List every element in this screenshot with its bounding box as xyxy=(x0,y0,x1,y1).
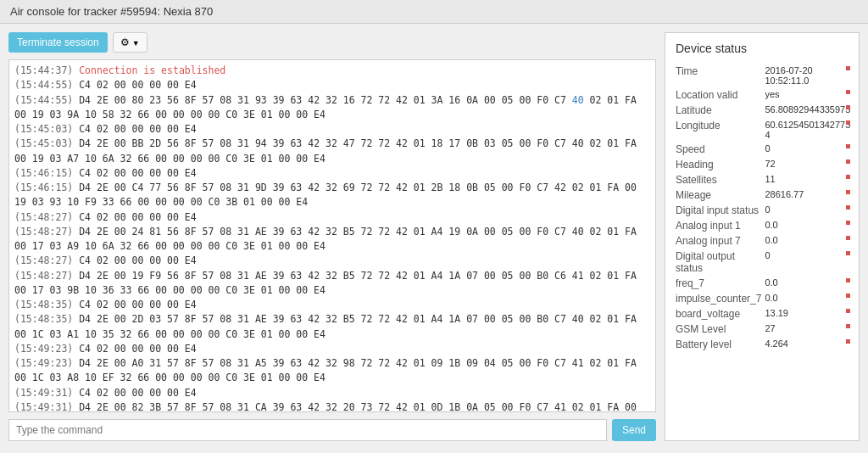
status-row: board_voltage 13.19 xyxy=(676,306,850,322)
status-value: 60.61254501342773 4 xyxy=(765,118,850,142)
red-corner-indicator xyxy=(846,90,850,94)
status-value: 0.0 xyxy=(765,291,850,306)
status-row: GSM Level 27 xyxy=(676,322,850,337)
terminate-button[interactable]: Terminate session xyxy=(8,32,108,53)
red-corner-indicator xyxy=(846,251,850,255)
status-label: Latitude xyxy=(676,103,765,118)
status-value: 56.80892944335975 xyxy=(765,103,850,118)
title-text: Air console for tracker #59594: Nexia 87… xyxy=(10,5,213,18)
status-value: yes xyxy=(765,87,850,103)
status-row: Analog input 1 0.0 xyxy=(676,218,850,233)
hex-line: C4 02 00 00 00 00 E4 xyxy=(79,123,196,135)
device-status-panel: Device status Time 2016-07-20 10:52:11.0… xyxy=(665,32,860,441)
status-row: Analog input 7 0.0 xyxy=(676,233,850,249)
status-label: impulse_counter_7 xyxy=(676,291,765,306)
hex-line: D4 2E 00 BB 2D 56 8F 57 08 31 94 39 63 4… xyxy=(14,137,637,164)
status-value: 4.264 xyxy=(765,337,850,352)
red-corner-indicator xyxy=(846,278,850,282)
time-label: (15:45:03) xyxy=(14,123,73,135)
send-button[interactable]: Send xyxy=(612,419,656,441)
time-label: (15:46:15) xyxy=(14,167,73,179)
status-row: freq_7 0.0 xyxy=(676,276,850,291)
time-label: (15:44:55) xyxy=(14,79,73,91)
hex-line: D4 2E 00 A0 31 57 8F 57 08 31 A5 39 63 4… xyxy=(14,357,637,383)
console-line: (15:48:27) C4 02 00 00 00 00 E4 xyxy=(14,210,650,225)
time-label: (15:49:31) xyxy=(14,387,73,399)
settings-button[interactable] xyxy=(113,32,147,53)
red-corner-indicator xyxy=(846,66,850,70)
console-line: (15:48:35) D4 2E 00 2D 03 57 8F 57 08 31… xyxy=(14,312,650,342)
hex-line: C4 02 00 00 00 00 E4 xyxy=(79,299,196,310)
title-bar: Air console for tracker #59594: Nexia 87… xyxy=(0,0,868,24)
console-line: (15:48:35) C4 02 00 00 00 00 E4 xyxy=(14,298,650,312)
status-label: Mileage xyxy=(676,187,765,203)
hex-line: D4 2E 00 82 3B 57 8F 57 08 31 CA 39 63 4… xyxy=(14,401,637,412)
console-line: (15:48:27) D4 2E 00 19 F9 56 8F 57 08 31… xyxy=(14,269,650,299)
time-label: (15:49:23) xyxy=(14,357,73,369)
time-label: (15:48:27) xyxy=(14,226,73,238)
status-row: Battery level 4.264 xyxy=(676,337,850,352)
status-table: Time 2016-07-20 10:52:11.0 Location vali… xyxy=(676,64,850,352)
status-value: 27 xyxy=(765,322,850,337)
hex-line: C4 02 00 00 00 00 E4 xyxy=(79,167,196,179)
console-output: (15:44:37) Connection is established(15:… xyxy=(8,59,656,412)
status-row: Speed 0 xyxy=(676,142,850,157)
status-value: 2016-07-20 10:52:11.0 xyxy=(765,64,850,87)
status-row: Satellites 11 xyxy=(676,172,850,187)
status-value: 0 xyxy=(765,249,850,276)
status-row: Digital input status 0 xyxy=(676,203,850,218)
time-label: (15:49:31) xyxy=(14,401,73,412)
hex-line: C4 02 00 00 00 00 E4 xyxy=(79,387,196,399)
time-label: (15:49:23) xyxy=(14,343,73,355)
status-label: Location valid xyxy=(676,87,765,103)
console-line: (15:44:55) D4 2E 00 80 23 56 8F 57 08 31… xyxy=(14,93,650,123)
status-label: Time xyxy=(676,64,765,87)
status-row: Latitude 56.80892944335975 xyxy=(676,103,850,118)
chevron-down-icon xyxy=(132,36,140,48)
console-line: (15:46:15) C4 02 00 00 00 00 E4 xyxy=(14,166,650,181)
status-row: Heading 72 xyxy=(676,157,850,172)
status-value: 28616.77 xyxy=(765,187,850,203)
status-row: Time 2016-07-20 10:52:11.0 xyxy=(676,64,850,87)
status-label: Analog input 7 xyxy=(676,233,765,249)
time-label: (15:48:27) xyxy=(14,211,73,223)
red-corner-indicator xyxy=(846,205,850,210)
red-corner-indicator xyxy=(846,105,850,109)
hex-line: C4 02 00 00 00 00 E4 xyxy=(79,211,196,223)
hex-line: D4 2E 00 2D 03 57 8F 57 08 31 AE 39 63 4… xyxy=(14,313,637,339)
hex-line: C4 02 00 00 00 00 E4 xyxy=(79,79,196,91)
status-value: 0.0 xyxy=(765,233,850,249)
red-corner-indicator xyxy=(846,221,850,225)
status-label: Battery level xyxy=(676,337,765,352)
time-label: (15:48:27) xyxy=(14,254,73,266)
hex-line: C4 02 00 00 00 00 E4 xyxy=(79,254,196,266)
status-value: 11 xyxy=(765,172,850,187)
time-label: (15:44:37) xyxy=(14,64,73,76)
time-label: (15:44:55) xyxy=(14,94,73,106)
red-corner-indicator xyxy=(846,236,850,240)
status-value: 0 xyxy=(765,203,850,218)
console-line: (15:49:31) D4 2E 00 82 3B 57 8F 57 08 31… xyxy=(14,400,650,412)
status-row: Location valid yes xyxy=(676,87,850,103)
time-label: (15:48:27) xyxy=(14,270,73,282)
status-label: Digital output status xyxy=(676,249,765,276)
status-label: freq_7 xyxy=(676,276,765,291)
console-line: (15:48:27) C4 02 00 00 00 00 E4 xyxy=(14,254,650,268)
console-line: (15:44:55) C4 02 00 00 00 00 E4 xyxy=(14,78,650,92)
status-value: 0.0 xyxy=(765,276,850,291)
status-value: 0.0 xyxy=(765,218,850,233)
red-corner-indicator xyxy=(846,339,850,344)
command-input-row: Send xyxy=(8,419,656,441)
device-status-heading: Device status xyxy=(676,42,849,55)
red-corner-indicator xyxy=(846,120,850,125)
connection-message: Connection is established xyxy=(79,64,225,76)
status-label: Longitude xyxy=(676,118,765,142)
status-value: 13.19 xyxy=(765,306,850,322)
red-corner-indicator xyxy=(846,144,850,148)
console-line: (15:49:31) C4 02 00 00 00 00 E4 xyxy=(14,386,650,400)
command-input[interactable] xyxy=(8,419,607,441)
status-value: 72 xyxy=(765,157,850,172)
status-label: Heading xyxy=(676,157,765,172)
status-label: Satellites xyxy=(676,172,765,187)
red-corner-indicator xyxy=(846,159,850,164)
